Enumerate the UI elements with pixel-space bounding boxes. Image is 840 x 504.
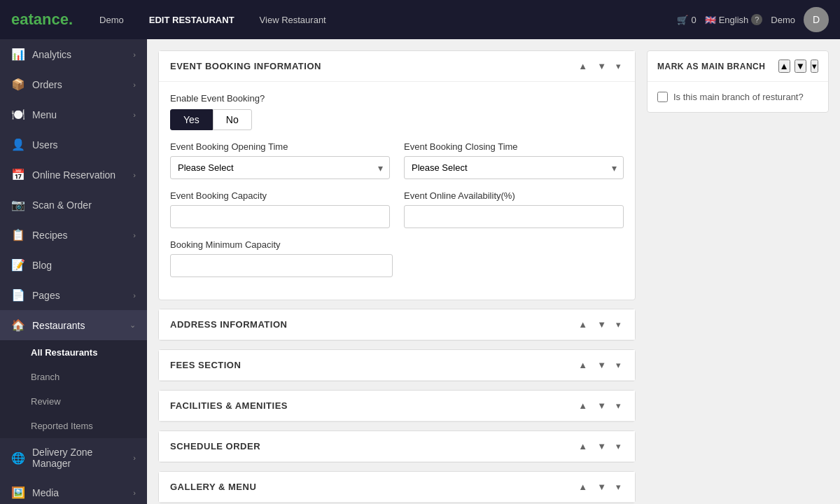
yes-btn[interactable]: Yes: [170, 109, 213, 130]
closing-time-select-wrapper: Please Select: [404, 156, 624, 179]
event-booking-body: Enable Event Booking? Yes No Event Booki…: [159, 82, 635, 300]
right-up-btn[interactable]: ▲: [778, 59, 790, 73]
submenu-review[interactable]: Review: [0, 389, 147, 414]
orders-icon: 📦: [11, 78, 25, 91]
sidebar-item-menu[interactable]: 🍽️Menu ›: [0, 99, 147, 130]
capacity-label: Event Booking Capacity: [170, 190, 390, 201]
cart-badge[interactable]: 🛒 0: [677, 15, 696, 25]
collapse-up-btn[interactable]: ▲: [575, 59, 590, 73]
fees-up-btn[interactable]: ▲: [575, 358, 590, 372]
fees-down-btn[interactable]: ▼: [594, 358, 609, 372]
availability-group: Event Online Availability(%): [404, 190, 624, 228]
sidebar-item-analytics[interactable]: 📊Analytics ›: [0, 39, 147, 69]
user-avatar[interactable]: D: [804, 7, 829, 32]
event-booking-title: EVENT BOOKING INFORMATION: [170, 61, 321, 71]
schedule-up-btn[interactable]: ▲: [575, 440, 590, 453]
closing-time-group: Event Booking Closing Time Please Select: [404, 141, 624, 179]
right-card-controls: ▲ ▼ ▾: [778, 59, 818, 73]
facilities-up-btn[interactable]: ▲: [575, 399, 590, 412]
event-booking-header[interactable]: EVENT BOOKING INFORMATION ▲ ▼ ▾: [159, 51, 635, 82]
gallery-down-btn[interactable]: ▼: [594, 480, 609, 493]
main-content: EVENT BOOKING INFORMATION ▲ ▼ ▾ Enable E…: [147, 39, 840, 504]
sidebar-item-delivery-zone[interactable]: 🌐Delivery Zone Manager ›: [0, 438, 147, 477]
blog-icon: 📝: [11, 258, 25, 272]
address-down-btn[interactable]: ▼: [594, 318, 609, 331]
sidebar-label-orders: Orders: [32, 79, 62, 90]
mark-main-branch-header: MARK AS MAIN BRANCH ▲ ▼ ▾: [648, 51, 828, 82]
logo[interactable]: eatance.: [11, 10, 73, 29]
main-branch-checkbox-label: Is this main branch of resturant?: [673, 92, 804, 102]
facilities-delete-btn[interactable]: ▾: [613, 399, 624, 412]
sidebar-item-users[interactable]: 👤Users: [0, 130, 147, 160]
opening-time-label: Event Booking Opening Time: [170, 141, 390, 152]
address-header[interactable]: ADDRESS INFORMATION ▲ ▼ ▾: [159, 309, 635, 340]
capacity-input[interactable]: [170, 205, 390, 228]
submenu-reported-items[interactable]: Reported Items: [0, 414, 147, 438]
sidebar-item-orders[interactable]: 📦Orders ›: [0, 69, 147, 99]
facilities-header[interactable]: FACILITIES & AMENITIES ▲ ▼ ▾: [159, 391, 635, 421]
availability-input[interactable]: [404, 205, 624, 228]
sidebar-item-restaurants[interactable]: 🏠Restaurants ⌄: [0, 310, 147, 340]
submenu-all-restaurants[interactable]: All Restaurants: [0, 340, 147, 365]
address-up-btn[interactable]: ▲: [575, 318, 590, 331]
schedule-delete-btn[interactable]: ▾: [613, 440, 624, 453]
address-section: ADDRESS INFORMATION ▲ ▼ ▾: [158, 309, 636, 341]
address-title: ADDRESS INFORMATION: [170, 319, 287, 330]
sidebar-item-blog[interactable]: 📝Blog: [0, 250, 147, 280]
main-branch-checkbox[interactable]: [657, 92, 668, 102]
sidebar-label-media: Media: [32, 487, 59, 498]
closing-time-select[interactable]: Please Select: [404, 156, 624, 179]
address-delete-btn[interactable]: ▾: [613, 318, 624, 331]
yes-no-toggle: Yes No: [170, 109, 624, 130]
min-capacity-row: Booking Minimum Capacity: [170, 239, 624, 277]
chevron-icon: ›: [133, 111, 136, 119]
sidebar-item-pages[interactable]: 📄Pages ›: [0, 280, 147, 310]
booking-capacity-group: Event Booking Capacity: [170, 190, 390, 228]
facilities-section: FACILITIES & AMENITIES ▲ ▼ ▾: [158, 390, 636, 422]
time-row: Event Booking Opening Time Please Select…: [170, 141, 624, 179]
submenu-branch[interactable]: Branch: [0, 365, 147, 389]
nav-view-restaurant[interactable]: View Restaurant: [254, 12, 332, 28]
fees-header[interactable]: FEES SECTION ▲ ▼ ▾: [159, 350, 635, 381]
sidebar-label-recipes: Recipes: [32, 230, 68, 241]
nav-demo[interactable]: Demo: [94, 12, 130, 28]
restaurants-icon: 🏠: [11, 318, 25, 332]
chevron-icon: ›: [133, 454, 136, 462]
collapse-down-btn[interactable]: ▼: [594, 59, 609, 73]
sidebar-label-menu: Menu: [32, 109, 57, 120]
gallery-header[interactable]: GALLERY & MENU ▲ ▼ ▾: [159, 472, 635, 503]
opening-time-select-wrapper: Please Select: [170, 156, 390, 179]
gallery-delete-btn[interactable]: ▾: [613, 480, 624, 493]
chevron-icon: ›: [133, 80, 136, 89]
schedule-section: SCHEDULE ORDER ▲ ▼ ▾: [158, 430, 636, 463]
cart-count: 0: [691, 15, 696, 25]
opening-time-select[interactable]: Please Select: [170, 156, 390, 179]
sidebar-label-blog: Blog: [32, 260, 52, 271]
closing-time-label: Event Booking Closing Time: [404, 141, 624, 152]
sidebar-label-pages: Pages: [32, 290, 60, 301]
no-btn[interactable]: No: [213, 109, 252, 130]
fees-delete-btn[interactable]: ▾: [613, 358, 624, 372]
delete-btn[interactable]: ▾: [613, 59, 624, 73]
opening-time-group: Event Booking Opening Time Please Select: [170, 141, 390, 179]
sidebar-item-online-reservation[interactable]: 📅Online Reservation ›: [0, 160, 147, 190]
schedule-header[interactable]: SCHEDULE ORDER ▲ ▼ ▾: [159, 431, 635, 462]
sidebar-label-scan: Scan & Order: [32, 200, 92, 211]
availability-label: Event Online Availability(%): [404, 190, 624, 201]
recipes-icon: 📋: [11, 228, 25, 241]
mark-main-branch-body: Is this main branch of resturant?: [648, 82, 828, 112]
gallery-up-btn[interactable]: ▲: [575, 480, 590, 493]
main-branch-checkbox-row: Is this main branch of resturant?: [657, 92, 818, 102]
schedule-down-btn[interactable]: ▼: [594, 440, 609, 453]
language-selector[interactable]: 🇬🇧 English ?: [705, 14, 763, 25]
right-down-btn[interactable]: ▼: [794, 59, 806, 73]
nav-edit-restaurant[interactable]: EDIT RESTAURANT: [144, 12, 240, 28]
body-layout: 📊Analytics › 📦Orders › 🍽️Menu › 👤Users 📅…: [0, 39, 840, 504]
right-delete-btn[interactable]: ▾: [811, 59, 818, 73]
facilities-down-btn[interactable]: ▼: [594, 399, 609, 412]
chevron-icon: ›: [133, 489, 136, 497]
sidebar-item-media[interactable]: 🖼️Media ›: [0, 477, 147, 504]
min-capacity-input[interactable]: [170, 254, 393, 277]
sidebar-item-scan-order[interactable]: 📷Scan & Order: [0, 190, 147, 220]
sidebar-item-recipes[interactable]: 📋Recipes ›: [0, 220, 147, 250]
